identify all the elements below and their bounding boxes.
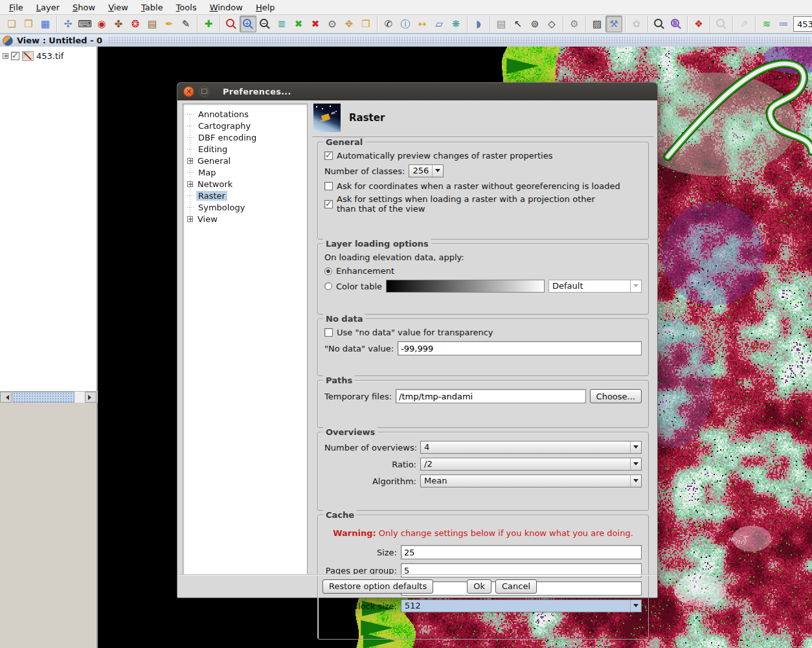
algorithm--combo[interactable]: Mean <box>420 475 642 487</box>
close-icon[interactable]: ✕ <box>183 86 194 97</box>
menu-help[interactable]: Help <box>249 1 282 14</box>
eye-icon[interactable]: ⊙ <box>324 16 341 32</box>
record-target-icon[interactable]: ◉ <box>93 16 110 32</box>
tree-item-editing[interactable]: Editing <box>183 143 307 155</box>
georef-info-icon[interactable]: ✆ <box>380 16 397 32</box>
ok-button[interactable]: Ok <box>467 579 491 594</box>
cancel-button[interactable]: Cancel <box>495 579 537 594</box>
expand-icon[interactable]: + <box>187 181 193 187</box>
no-data-value-field[interactable] <box>398 341 642 355</box>
auto-preview-checkbox[interactable] <box>324 151 333 160</box>
scrollbar-thumb[interactable] <box>12 392 74 403</box>
menu-view[interactable]: View <box>102 1 135 14</box>
ask-coordinates-checkbox[interactable] <box>324 182 333 190</box>
zoom-b-icon[interactable]: B <box>668 16 684 32</box>
measure-distance-icon[interactable]: ↔ <box>414 16 431 32</box>
classes-combo[interactable]: 256 <box>409 164 444 177</box>
hyperlink-icon[interactable]: ◗ <box>470 16 487 32</box>
cherries-icon[interactable]: ❂ <box>127 16 144 32</box>
pan-icon[interactable]: ✥ <box>341 16 357 32</box>
tree-item-map[interactable]: Map <box>183 166 307 178</box>
tree-item-dbf-encoding[interactable]: DBF encoding <box>183 131 307 143</box>
ratio--combo[interactable]: /2 <box>420 458 642 471</box>
console-icon[interactable]: ⌨ <box>76 16 93 32</box>
crop-window-icon[interactable]: ❖ <box>690 16 707 32</box>
raster-tools-icon[interactable]: ⚒ <box>605 16 622 32</box>
expand-icon[interactable]: + <box>3 53 8 59</box>
menu-tools[interactable]: Tools <box>170 1 203 14</box>
menu-file[interactable]: File <box>3 1 30 14</box>
geometry-disabled-icon[interactable]: ✿ <box>628 16 645 32</box>
window-panel-icon[interactable]: ▤ <box>493 16 510 32</box>
layer-stack-icon[interactable]: ≋ <box>758 16 775 32</box>
combo-arrow-icon[interactable] <box>630 458 641 470</box>
select-polygon-icon[interactable]: ◇ <box>543 16 560 32</box>
info-icon[interactable]: ⓘ <box>397 16 414 32</box>
no-data-transparency-checkbox[interactable] <box>324 328 333 337</box>
zoom-in-icon[interactable]: + <box>240 16 256 32</box>
raster-select-icon[interactable]: ▨ <box>589 16 605 32</box>
tree-item-network[interactable]: +Network <box>183 178 307 190</box>
add-layer-icon[interactable]: ✚ <box>200 16 217 32</box>
scroll-left-icon[interactable] <box>0 392 12 403</box>
combo-arrow-icon[interactable] <box>630 600 641 612</box>
zoom-selection-icon[interactable]: ✖ <box>290 16 307 32</box>
block-size--combo[interactable]: 512 <box>401 599 642 612</box>
color-table-combo[interactable]: Default <box>548 280 642 293</box>
zoom-previous-icon[interactable] <box>223 16 240 32</box>
zoom-disabled-icon[interactable] <box>713 16 730 32</box>
table-settings-icon[interactable]: ⚙ <box>566 16 583 32</box>
menu-layer[interactable]: Layer <box>30 1 66 14</box>
new-document-icon[interactable]: ❏ <box>3 16 20 32</box>
scrollbar-track[interactable] <box>75 392 85 403</box>
menu-window[interactable]: Window <box>203 1 249 14</box>
blue-tools-icon[interactable]: ✣ <box>60 16 76 32</box>
toc-horizontal-scrollbar[interactable] <box>0 391 96 403</box>
temp-files-field[interactable] <box>396 389 586 403</box>
view-window-titlebar[interactable]: View : Untitled - 0 <box>0 34 812 47</box>
measure-area-icon[interactable]: ▱ <box>431 16 447 32</box>
export-disabled-icon[interactable]: ⇗ <box>736 16 752 32</box>
tree-item-general[interactable]: +General <box>183 155 307 166</box>
navigate-icon[interactable]: ❋ <box>447 16 464 32</box>
save-icon[interactable]: ▦ <box>37 16 54 32</box>
restore-defaults-button[interactable]: Restore option defaults <box>322 579 433 594</box>
combo-arrow-icon[interactable] <box>630 475 641 487</box>
enhancement-radio[interactable] <box>324 267 332 275</box>
toc-layer-row[interactable]: + 453.tif <box>0 47 96 61</box>
restore-window-icon[interactable] <box>199 86 210 97</box>
dialog-titlebar[interactable]: ✕ Preferences... <box>177 83 657 100</box>
active-layer-combo[interactable]: 453.tif <box>793 16 812 32</box>
open-project-icon[interactable]: ❐ <box>20 16 37 32</box>
edit-notes-icon[interactable]: ✎ <box>177 16 194 32</box>
combo-arrow-icon[interactable] <box>432 165 443 177</box>
zoom-to-layer-icon[interactable] <box>651 16 668 32</box>
tree-item-view[interactable]: +View <box>183 213 307 225</box>
expand-icon[interactable]: + <box>187 158 193 164</box>
layer-visibility-checkbox[interactable] <box>11 52 19 60</box>
tree-item-raster[interactable]: Raster <box>183 190 307 201</box>
frames-icon[interactable]: ❒ <box>357 16 374 32</box>
menu-show[interactable]: Show <box>66 1 102 14</box>
size--field[interactable] <box>401 545 642 559</box>
scroll-right-icon[interactable] <box>85 392 96 403</box>
tree-item-cartography[interactable]: Cartography <box>183 120 307 131</box>
select-vertex-icon[interactable]: ↖ <box>510 16 526 32</box>
layer-list-icon[interactable]: ≔ <box>775 16 792 32</box>
tree-item-symbology[interactable]: Symbology <box>183 201 307 213</box>
zoom-all-icon[interactable]: ≣ <box>273 16 290 32</box>
tree-item-annotations[interactable]: Annotations <box>183 108 307 120</box>
menu-table[interactable]: Table <box>135 1 170 14</box>
brown-tools-icon[interactable]: ✤ <box>110 16 127 32</box>
select-circle-icon[interactable]: ⊚ <box>526 16 543 32</box>
number-of-overviews--combo[interactable]: 4 <box>420 441 642 454</box>
zoom-extent-icon[interactable]: ✖ <box>307 16 324 32</box>
ask-settings-checkbox[interactable] <box>324 200 333 208</box>
expand-icon[interactable]: + <box>187 216 193 222</box>
choose-button[interactable]: Choose... <box>590 389 642 403</box>
zoom-out-icon[interactable]: − <box>256 16 273 32</box>
coin-stack-icon[interactable]: ▤ <box>144 16 161 32</box>
pin-icon[interactable]: ✒ <box>161 16 177 32</box>
combo-arrow-icon[interactable] <box>630 441 641 453</box>
color-table-radio[interactable] <box>324 282 332 290</box>
